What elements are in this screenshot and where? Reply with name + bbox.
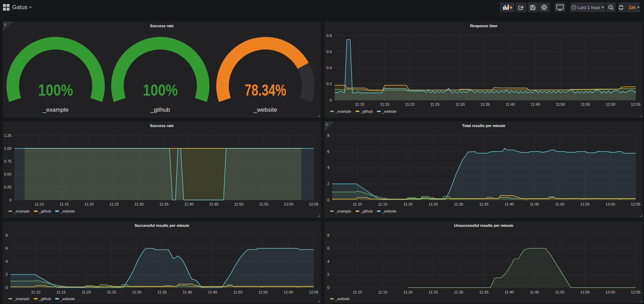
svg-text:12:00: 12:00 — [284, 290, 293, 294]
svg-text:11:30: 11:30 — [454, 290, 463, 294]
svg-text:11:35: 11:35 — [159, 202, 169, 206]
svg-text:11:55: 11:55 — [258, 290, 268, 294]
svg-text:12:05: 12:05 — [631, 202, 641, 206]
svg-text:_website: _website — [253, 106, 277, 113]
svg-text:11:55: 11:55 — [259, 202, 269, 206]
svg-text:11:40: 11:40 — [183, 290, 192, 294]
svg-text:100%: 100% — [38, 81, 73, 99]
svg-text:11:35: 11:35 — [479, 290, 489, 294]
svg-text:11:20: 11:20 — [405, 102, 415, 106]
svg-text:6: 6 — [327, 246, 329, 250]
svg-text:0: 0 — [6, 286, 8, 290]
svg-text:11:55: 11:55 — [581, 102, 590, 106]
svg-text:11:30: 11:30 — [454, 202, 463, 206]
svg-text:0.2: 0.2 — [327, 82, 332, 86]
svg-text:2: 2 — [327, 181, 329, 186]
svg-text:8: 8 — [327, 233, 329, 237]
svg-text:11:35: 11:35 — [481, 102, 490, 106]
svg-text:11:35: 11:35 — [479, 202, 489, 206]
svg-text:12:00: 12:00 — [284, 202, 294, 206]
svg-text:11:10: 11:10 — [35, 202, 44, 206]
svg-text:11:50: 11:50 — [555, 290, 564, 294]
svg-text:100%: 100% — [143, 81, 178, 99]
svg-text:4: 4 — [327, 165, 329, 170]
svg-text:0: 0 — [330, 98, 332, 102]
svg-text:11:15: 11:15 — [378, 290, 387, 294]
svg-text:11:45: 11:45 — [530, 202, 539, 206]
svg-text:11:25: 11:25 — [109, 202, 119, 206]
svg-text:11:10: 11:10 — [353, 290, 362, 294]
svg-text:11:45: 11:45 — [530, 102, 540, 106]
svg-text:11:25: 11:25 — [107, 290, 116, 294]
svg-text:11:20: 11:20 — [82, 290, 91, 294]
svg-text:0: 0 — [327, 286, 329, 290]
svg-text:12:00: 12:00 — [606, 202, 615, 206]
svg-text:4: 4 — [327, 259, 329, 264]
svg-text:11:25: 11:25 — [429, 202, 438, 206]
svg-text:11:15: 11:15 — [56, 290, 66, 294]
svg-text:4: 4 — [6, 259, 8, 264]
svg-text:11:50: 11:50 — [234, 202, 243, 206]
svg-text:0.6: 0.6 — [327, 50, 332, 54]
svg-text:2: 2 — [6, 272, 8, 276]
svg-text:12:00: 12:00 — [606, 102, 615, 106]
svg-text:12:05: 12:05 — [309, 290, 319, 294]
svg-text:11:55: 11:55 — [580, 202, 590, 206]
svg-text:8: 8 — [327, 133, 329, 138]
svg-text:11:15: 11:15 — [59, 202, 69, 206]
svg-text:11:10: 11:10 — [353, 202, 362, 206]
svg-text:11:40: 11:40 — [184, 202, 194, 206]
svg-text:_github: _github — [150, 106, 170, 113]
svg-text:11:40: 11:40 — [505, 102, 515, 106]
svg-text:8: 8 — [6, 233, 8, 237]
svg-text:11:50: 11:50 — [555, 202, 564, 206]
svg-text:0.4: 0.4 — [327, 66, 332, 70]
svg-text:12:05: 12:05 — [309, 202, 319, 206]
svg-text:1.00: 1.00 — [4, 146, 12, 150]
svg-text:11:40: 11:40 — [505, 290, 514, 294]
svg-text:11:30: 11:30 — [455, 102, 465, 106]
svg-text:0.50: 0.50 — [4, 172, 12, 176]
svg-text:0: 0 — [9, 198, 12, 202]
svg-text:11:30: 11:30 — [132, 290, 141, 294]
svg-text:0.75: 0.75 — [4, 159, 12, 163]
svg-text:_example: _example — [42, 106, 68, 113]
svg-text:11:20: 11:20 — [85, 202, 94, 206]
svg-text:11:45: 11:45 — [209, 202, 219, 206]
svg-text:11:10: 11:10 — [355, 102, 364, 106]
svg-text:0.25: 0.25 — [4, 185, 12, 189]
svg-text:11:45: 11:45 — [530, 290, 539, 294]
svg-text:11:30: 11:30 — [134, 202, 144, 206]
svg-text:12:00: 12:00 — [606, 290, 615, 294]
svg-text:12:05: 12:05 — [631, 290, 641, 294]
svg-text:2: 2 — [327, 272, 329, 276]
svg-text:1.25: 1.25 — [4, 133, 12, 138]
svg-text:11:20: 11:20 — [403, 290, 413, 294]
svg-text:11:50: 11:50 — [233, 290, 243, 294]
svg-text:11:15: 11:15 — [380, 102, 389, 106]
svg-text:11:20: 11:20 — [403, 202, 413, 206]
svg-text:11:15: 11:15 — [378, 202, 387, 206]
svg-text:11:25: 11:25 — [429, 290, 438, 294]
svg-text:11:45: 11:45 — [208, 290, 217, 294]
svg-text:11:40: 11:40 — [505, 202, 514, 206]
svg-text:11:35: 11:35 — [158, 290, 167, 294]
svg-text:11:10: 11:10 — [31, 290, 41, 294]
svg-text:12:05: 12:05 — [631, 102, 641, 106]
svg-text:6: 6 — [6, 246, 8, 250]
svg-text:78.34%: 78.34% — [244, 81, 286, 99]
svg-text:11:25: 11:25 — [430, 102, 440, 106]
svg-text:0: 0 — [327, 198, 329, 202]
svg-text:0.8: 0.8 — [327, 34, 332, 38]
svg-text:11:50: 11:50 — [556, 102, 565, 106]
svg-text:6: 6 — [327, 149, 329, 154]
svg-text:11:55: 11:55 — [580, 290, 590, 294]
